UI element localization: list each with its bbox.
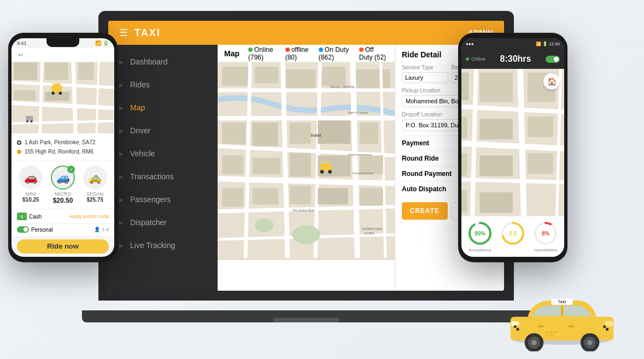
service-type-select[interactable]: Laxury [402, 72, 448, 83]
phone-left-screen: 9:41 📶 🔋 ← [11, 38, 114, 257]
laptop-base [82, 310, 530, 322]
svg-point-37 [328, 170, 332, 174]
sidebar-item-driver[interactable]: ▶ Driver [108, 119, 218, 142]
stats-row: 90% Acceptance 3.5 [461, 216, 564, 257]
driver-online-status: Online [466, 56, 485, 62]
svg-rect-109 [514, 326, 517, 328]
svg-rect-59 [45, 92, 69, 101]
svg-rect-64 [26, 116, 33, 121]
svg-point-62 [51, 92, 55, 95]
acceptance-label: Acceptance [467, 248, 493, 252]
personal-label: Personal [31, 227, 52, 233]
svg-text:Spring Hill: Spring Hill [545, 331, 557, 334]
sedan-name: SEDAN [79, 191, 111, 197]
sidebar-item-passengers[interactable]: ▶ Passengers [108, 188, 218, 211]
svg-rect-55 [14, 62, 37, 80]
status-off-duty: Off Duty (52) [359, 46, 388, 61]
payment-section: $ Cash Apply promo code [11, 209, 114, 223]
sidebar-item-vehicle[interactable]: ▶ Vehicle [108, 142, 218, 165]
sidebar: ▶ Dashboard ▶ Rides ▶ Map ▶ Driver [108, 45, 218, 291]
svg-rect-113 [603, 326, 606, 328]
route-from-dot [17, 140, 21, 145]
mini-name: MINI [15, 191, 47, 197]
laptop-body: ☰ TAXI ADMIN ▶ Dashboard ▶ Rides [98, 11, 514, 301]
back-icon[interactable]: ← [17, 50, 25, 59]
svg-text:DUBAI: DUBAI [365, 232, 375, 235]
map-body[interactable]: TRADE CENTRE Nad Al Sheba Dubai Dubai In… [218, 62, 395, 260]
status-online: Online (796) [248, 46, 277, 61]
svg-rect-28 [253, 188, 278, 204]
laptop-device: ☰ TAXI ADMIN ▶ Dashboard ▶ Rides [98, 11, 514, 328]
svg-rect-22 [223, 156, 243, 174]
svg-rect-106 [569, 326, 573, 327]
svg-point-65 [26, 120, 28, 122]
status-on-duty: On Duty (862) [319, 46, 350, 61]
online-label: Online [471, 56, 485, 62]
svg-rect-80 [461, 154, 467, 175]
cash-icon: $ [17, 213, 27, 220]
svg-point-32 [292, 225, 320, 244]
pax-icon: 👤 [94, 227, 100, 232]
sidebar-item-transactions[interactable]: ▶ Transactions [108, 165, 218, 188]
svg-rect-111 [514, 328, 517, 331]
sedan-icon: 🚕 [83, 166, 107, 190]
cash-item: $ Cash [17, 213, 42, 220]
laptop-screen: ☰ TAXI ADMIN ▶ Dashboard ▶ Rides [108, 21, 504, 291]
vehicle-mini[interactable]: 🚗 MINI $10.25 [15, 166, 47, 204]
hamburger-icon[interactable]: ☰ [119, 27, 128, 39]
svg-text:TAXI: TAXI [558, 300, 566, 304]
svg-rect-18 [253, 123, 278, 146]
personal-section: Personal 👤 1-4 [11, 223, 114, 236]
phone-left-map [11, 62, 114, 133]
svg-rect-83 [461, 190, 467, 212]
svg-text:Dubai International: Dubai International [348, 153, 372, 156]
svg-rect-105 [538, 326, 543, 327]
stat-acceptance: 90% Acceptance [467, 221, 493, 252]
svg-text:Financial Centre: Financial Centre [353, 172, 373, 175]
personal-toggle[interactable] [17, 226, 29, 233]
mini-icon: 🚗 [19, 166, 43, 190]
svg-text:TRADE CENTRE: TRADE CENTRE [330, 85, 355, 89]
svg-rect-2 [255, 67, 278, 84]
svg-rect-77 [461, 116, 467, 138]
svg-rect-30 [318, 188, 348, 204]
driver-home-btn[interactable]: 🏠 [543, 73, 560, 90]
driver-on-toggle[interactable] [546, 56, 560, 63]
sidebar-item-dispatcher[interactable]: ▶ Dispatcher [108, 211, 218, 234]
round-ride-label: Round Ride [402, 155, 438, 162]
map-title: Map [224, 49, 239, 58]
ride-now-button[interactable]: Ride now [17, 239, 109, 254]
svg-rect-27 [223, 188, 243, 207]
create-button[interactable]: CREATE [402, 202, 448, 220]
route-from: 1 Ash Park, Pembroke, SA72 [17, 138, 109, 147]
svg-rect-23 [253, 158, 280, 174]
map-container: Map Online (796) offline (80) On Duty (8… [218, 45, 395, 291]
driver-signal: 📶 🔋 12:30 [536, 42, 560, 46]
stat-cancellation: 8% cancellation [533, 221, 558, 252]
vehicle-micro[interactable]: 🚙 ✓ MICRO $20.50 [47, 166, 79, 204]
rating-value: 3.5 [509, 231, 517, 237]
app-logo: TAXI [134, 27, 161, 39]
sidebar-item-map[interactable]: ▶ Map [108, 96, 218, 119]
sidebar-item-live-tracking[interactable]: ▶ Live Tracking [108, 234, 218, 257]
vehicle-sedan[interactable]: 🚕 SEDAN $25.75 [79, 166, 111, 204]
panel-title: Ride Detail [402, 50, 441, 59]
cash-label: Cash [29, 214, 42, 220]
micro-price: $20.50 [47, 197, 79, 204]
taxi-car: TAXI Spring Hill TN Taxi [502, 283, 622, 354]
svg-rect-24 [290, 153, 311, 176]
sidebar-item-dashboard[interactable]: ▶ Dashboard [108, 50, 218, 73]
svg-rect-56 [45, 62, 68, 80]
sidebar-item-rides[interactable]: ▶ Rides [108, 73, 218, 96]
sedan-price: $25.75 [79, 197, 111, 203]
svg-text:DOWNTOWN: DOWNTOWN [362, 227, 382, 231]
svg-rect-78 [479, 119, 513, 139]
pax-count: 1-4 [102, 227, 109, 232]
vehicle-section: 🚗 MINI $10.25 🚙 ✓ MICRO $20.50 🚕 SEDAN $… [11, 161, 114, 209]
micro-name: MICRO [47, 191, 79, 197]
online-dot [466, 57, 469, 61]
svg-rect-115 [603, 328, 606, 331]
promo-link[interactable]: Apply promo code [69, 214, 109, 219]
svg-rect-1 [223, 67, 250, 86]
route-from-text: 1 Ash Park, Pembroke, SA72 [25, 139, 96, 145]
